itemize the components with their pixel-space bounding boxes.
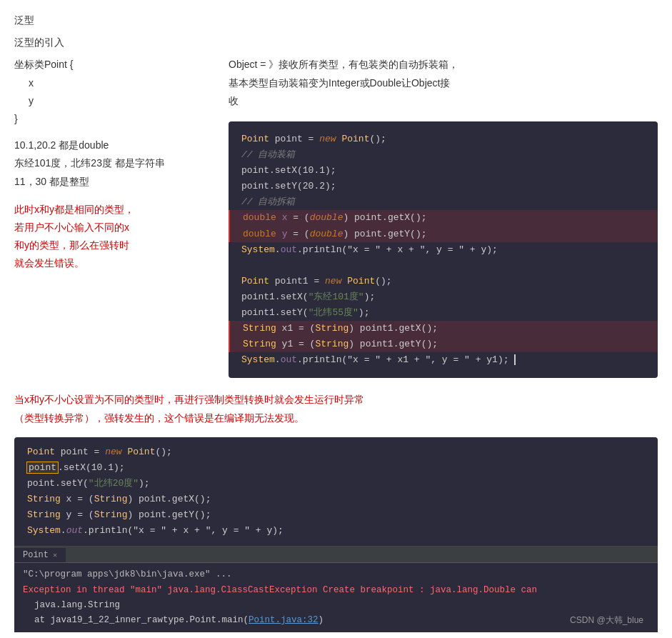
code-line-11: point1.setX("东经101度"); [241, 289, 645, 305]
code-block-2-wrapper: Point point = new Point(); point.setX(10… [14, 432, 658, 633]
error-line-text: Exception in thread "main" java.lang.Cla… [23, 585, 537, 595]
cmd-line-text: "C:\program apps\jdk8\bin\java.exe" ... [23, 569, 232, 579]
tab-label: Point [23, 550, 49, 560]
close-brace: } [14, 110, 214, 128]
code-line-3: point.setX(10.1); [241, 163, 645, 179]
code-line-13: String x1 = (String) point1.getX(); [229, 321, 658, 337]
cb2-line-1: Point point = new Point(); [27, 444, 645, 460]
field-y: y [14, 92, 214, 110]
object-desc: Object = 》接收所有类型，有包装类的自动拆装箱， 基本类型自动装箱变为I… [229, 56, 658, 110]
section-title-generics: 泛型 [14, 11, 658, 29]
desc2-text: 东经101度，北纬23度 都是字符串 [14, 154, 214, 172]
code-line-6: double x = (double) point.getX(); [229, 210, 658, 226]
cb2-line-6: System.out.println("x = " + x + ", y = "… [27, 523, 645, 539]
code-line-2: // 自动装箱 [241, 147, 645, 163]
code-block-2: Point point = new Point(); point.setX(10… [14, 437, 658, 547]
watermark: CSDN @大韩_blue [570, 614, 643, 627]
point-java-link[interactable]: Point.java:32 [249, 615, 319, 625]
warning-line4: 就会发生错误。 [14, 254, 214, 272]
desc1-text: 10.1,20.2 都是double [14, 136, 214, 154]
cb2-line-4: String x = (String) point.getX(); [27, 492, 645, 507]
right-line3: 收 [229, 92, 658, 110]
point-class-line: 坐标类Point { [14, 56, 214, 74]
warning-text: 此时x和y都是相同的类型， 若用户不小心输入不同的x 和y的类型，那么在强转时 … [14, 201, 214, 273]
cb2-line-5: String y = (String) point.getY(); [27, 507, 645, 523]
error-line: Exception in thread "main" java.lang.Cla… [23, 583, 649, 598]
cb2-line-2: point.setX(10.1); [27, 460, 645, 476]
indent-line1-text: java.lang.String [34, 600, 120, 610]
console-area: Point ✕ "C:\program apps\jdk8\bin\java.e… [14, 546, 658, 632]
code-line-blank [241, 258, 645, 274]
warning-line1: 此时x和y都是相同的类型， [14, 201, 214, 219]
code-line-12: point1.setY("北纬55度"); [241, 305, 645, 321]
code-line-8: System.out.println("x = " + x + ", y = "… [241, 242, 645, 258]
code-line-10: Point point1 = new Point(); [241, 274, 645, 289]
warning-line3: 和y的类型，那么在强转时 [14, 236, 214, 254]
warning-line2: 若用户不小心输入不同的x [14, 219, 214, 236]
main-content: 坐标类Point { x y } 10.1,20.2 都是double 东经10… [14, 56, 658, 384]
desc3-text: 11，30 都是整型 [14, 173, 214, 191]
section-intro: 泛型的引入 [14, 34, 658, 51]
code-line-15: System.out.println("x = " + x1 + ", y = … [241, 352, 645, 368]
page-container: 泛型 泛型的引入 坐标类Point { x y } 10.1,20.2 都是do… [0, 0, 672, 638]
left-column: 坐标类Point { x y } 10.1,20.2 都是double 东经10… [14, 56, 214, 272]
field-x: x [14, 74, 214, 92]
code-block-1: Point point = new Point(); // 自动装箱 point… [229, 121, 658, 378]
warning-bottom-line1: 当x和y不小心设置为不同的类型时，再进行强制类型转换时就会发生运行时异常 [14, 391, 658, 409]
tab-close-icon[interactable]: ✕ [53, 551, 57, 559]
intro-label: 泛型的引入 [14, 36, 64, 48]
indent-line2: at java19_1_22_inner_rawtype.Point.main(… [34, 613, 649, 628]
cmd-line: "C:\program apps\jdk8\bin\java.exe" ... [23, 567, 649, 582]
console-output: "C:\program apps\jdk8\bin\java.exe" ... … [14, 563, 658, 632]
code-line-14: String y1 = (String) point1.getY(); [229, 337, 658, 352]
indent-line1: java.lang.String [34, 598, 649, 613]
code-line-5: // 自动拆箱 [241, 194, 645, 210]
code-line-7: double y = (double) point.getY(); [229, 226, 658, 242]
cb2-line-3: point.setY("北纬20度"); [27, 476, 645, 492]
warning-bottom-line2: （类型转换异常），强转发生的，这个错误是在编译期无法发现。 [14, 409, 658, 427]
console-tab-point[interactable]: Point ✕ [14, 548, 66, 562]
right-column: Object = 》接收所有类型，有包装类的自动拆装箱， 基本类型自动装箱变为I… [229, 56, 658, 384]
point-class-text: 坐标类Point { x y } [14, 56, 214, 128]
bottom-warning: 当x和y不小心设置为不同的类型时，再进行强制类型转换时就会发生运行时异常 （类型… [14, 391, 658, 427]
indent-prefix-text: at java19_1_22_inner_rawtype.Point.main( [34, 615, 249, 625]
right-line1: Object = 》接收所有类型，有包装类的自动拆装箱， [229, 56, 658, 74]
code-line-4: point.setY(20.2); [241, 179, 645, 194]
console-tab-bar: Point ✕ [14, 547, 658, 563]
title-label: 泛型 [14, 14, 34, 26]
right-line2: 基本类型自动装箱变为Integer或Double让Object接 [229, 74, 658, 92]
code-line-1: Point point = new Point(); [241, 131, 645, 147]
close-paren: ) [319, 615, 324, 625]
